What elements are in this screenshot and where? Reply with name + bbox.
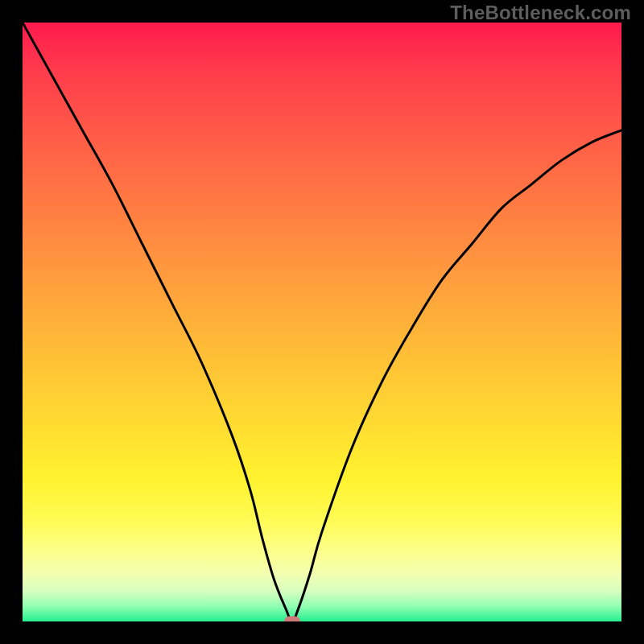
chart-frame: TheBottleneck.com — [0, 0, 644, 644]
watermark-text: TheBottleneck.com — [450, 2, 631, 24]
optimum-marker — [284, 617, 300, 622]
bottleneck-curve — [23, 23, 621, 621]
plot-area — [23, 23, 621, 621]
